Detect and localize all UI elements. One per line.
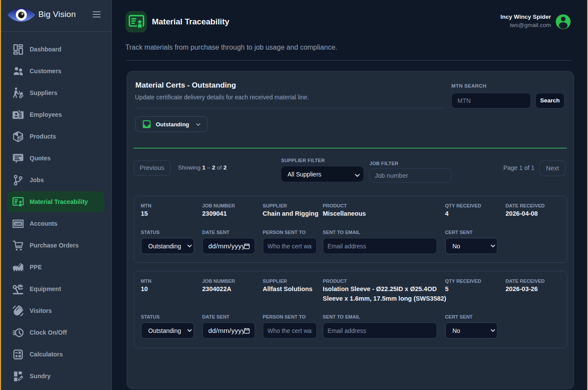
svg-text:100: 100 xyxy=(15,221,21,226)
